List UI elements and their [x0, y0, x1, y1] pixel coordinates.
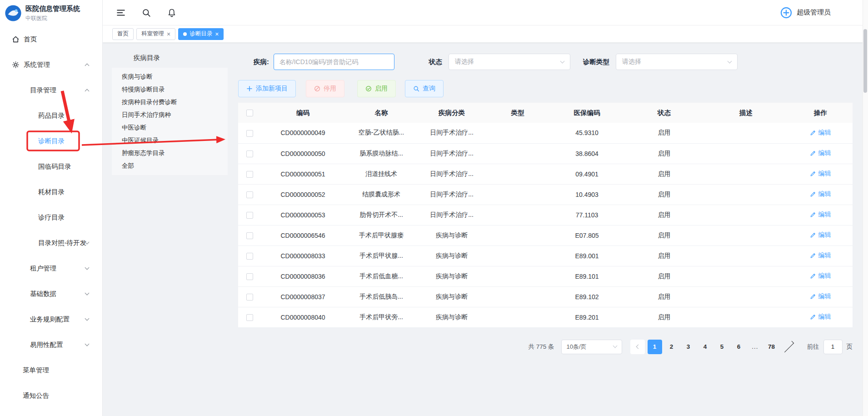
sidebar-item-system-mgmt[interactable]: 系统管理	[0, 52, 102, 77]
disease-search-input[interactable]	[274, 54, 394, 70]
row-checkbox[interactable]	[246, 273, 253, 280]
cell-type	[486, 164, 549, 184]
row-checkbox[interactable]	[246, 314, 253, 321]
search-icon[interactable]	[142, 8, 151, 17]
last-page-button[interactable]: 78	[764, 340, 779, 354]
row-checkbox[interactable]	[246, 212, 253, 219]
add-item-button[interactable]: 添加新项目	[238, 80, 296, 97]
edit-link[interactable]: 编辑	[810, 149, 831, 157]
edit-link[interactable]: 编辑	[810, 251, 831, 260]
active-tab-dot	[183, 32, 187, 36]
goto-page-input[interactable]	[823, 340, 843, 354]
search-icon	[413, 85, 419, 92]
close-icon[interactable]: ×	[167, 31, 170, 37]
catalog-item[interactable]: 疾病与诊断	[112, 70, 228, 83]
user-menu[interactable]: 超级管理员	[780, 6, 831, 19]
sidebar-item-business-rules[interactable]: 业务规则配置	[0, 306, 102, 332]
cell-type	[486, 246, 549, 266]
edit-link[interactable]: 编辑	[810, 170, 831, 178]
page-button[interactable]: 1	[648, 340, 662, 354]
page-button[interactable]: 6	[732, 340, 746, 354]
sidebar-item-notice[interactable]: 通知公告	[0, 383, 102, 408]
menu-toggle-icon[interactable]	[116, 8, 125, 17]
page-button[interactable]: 5	[715, 340, 729, 354]
cell-insurance-code: 45.9310	[549, 123, 624, 143]
edit-link[interactable]: 编辑	[810, 211, 831, 219]
sidebar-item-drug-catalog[interactable]: 药品目录	[0, 103, 102, 128]
row-checkbox[interactable]	[246, 232, 253, 239]
catalog-item[interactable]: 中医诊断	[112, 121, 228, 134]
page-button[interactable]: 4	[698, 340, 713, 354]
next-page-button[interactable]	[782, 340, 796, 354]
sidebar-item-treatment-catalog[interactable]: 诊疗目录	[0, 205, 102, 230]
sidebar-item-national-code-catalog[interactable]: 国临码目录	[0, 154, 102, 179]
app-logo-block: 医院信息管理系统 中联医院	[0, 0, 102, 26]
edit-link[interactable]: 编辑	[810, 129, 831, 137]
disease-catalog-panel: 疾病目录 疾病与诊断特慢病诊断目录按病种目录付费诊断日间手术治疗病种中医诊断中医…	[112, 54, 228, 416]
cell-desc	[704, 266, 788, 286]
row-checkbox[interactable]	[246, 253, 253, 260]
cell-category: 疾病与诊断	[418, 225, 486, 246]
cell-desc	[704, 184, 788, 205]
cell-name: 手术后低血糖...	[345, 266, 418, 286]
edit-icon	[810, 130, 816, 136]
sidebar-item-catalog-mapping[interactable]: 目录对照-待开发	[0, 230, 102, 256]
cell-desc	[704, 164, 788, 184]
scrollbar-thumb[interactable]	[863, 29, 867, 93]
page-size-select[interactable]: 10条/页	[561, 340, 622, 354]
vertical-scrollbar[interactable]	[863, 0, 868, 416]
edit-link[interactable]: 编辑	[810, 292, 831, 301]
cell-name: 肋骨切开术不...	[345, 205, 418, 225]
row-checkbox[interactable]	[246, 191, 253, 198]
catalog-item[interactable]: 中医证候目录	[112, 134, 228, 147]
tab-home[interactable]: 首页	[112, 28, 134, 40]
sidebar-item-home[interactable]: 首页	[0, 26, 102, 52]
catalog-item[interactable]: 按病种目录付费诊断	[112, 96, 228, 109]
pagination-ellipsis[interactable]: ...	[748, 340, 762, 354]
cell-code: CD0000008040	[261, 307, 345, 327]
sidebar-item-consumable-catalog[interactable]: 耗材目录	[0, 179, 102, 205]
tab-diagnosis-catalog[interactable]: 诊断目录 ×	[178, 28, 224, 40]
col-code: 编码	[261, 103, 345, 123]
page-button[interactable]: 2	[664, 340, 679, 354]
cell-status: 启用	[624, 184, 704, 205]
chevron-down-icon	[727, 59, 732, 63]
cell-type	[486, 184, 549, 205]
tab-dept-mgmt[interactable]: 科室管理 ×	[136, 28, 175, 40]
cell-desc	[704, 246, 788, 266]
row-checkbox[interactable]	[246, 294, 253, 301]
chevron-down-icon	[85, 291, 90, 295]
catalog-item[interactable]: 日间手术治疗病种	[112, 109, 228, 121]
page-button[interactable]: 3	[681, 340, 696, 354]
sidebar-item-catalog-mgmt[interactable]: 目录管理	[0, 77, 102, 103]
prev-page-button[interactable]	[630, 340, 645, 354]
hospital-name: 中联医院	[25, 15, 80, 22]
sidebar-item-base-data[interactable]: 基础数据	[0, 281, 102, 306]
row-checkbox[interactable]	[246, 150, 253, 157]
row-checkbox[interactable]	[246, 171, 253, 178]
select-all-checkbox[interactable]	[246, 110, 253, 116]
edit-link[interactable]: 编辑	[810, 231, 831, 239]
catalog-item[interactable]: 特慢病诊断目录	[112, 83, 228, 96]
diagnosis-type-select[interactable]: 请选择	[616, 54, 738, 70]
catalog-item[interactable]: 全部	[112, 160, 228, 172]
query-button[interactable]: 查询	[405, 80, 444, 97]
edit-link[interactable]: 编辑	[810, 313, 831, 321]
cell-status: 启用	[624, 286, 704, 307]
sidebar-item-menu-mgmt[interactable]: 菜单管理	[0, 357, 102, 383]
cell-insurance-code: E89.001	[549, 246, 624, 266]
cell-status: 启用	[624, 246, 704, 266]
status-select[interactable]: 请选择	[449, 54, 570, 70]
close-icon[interactable]: ×	[215, 31, 219, 37]
enable-button[interactable]: 启用	[357, 80, 396, 97]
page-content: 疾病目录 疾病与诊断特慢病诊断目录按病种目录付费诊断日间手术治疗病种中医诊断中医…	[103, 43, 868, 416]
sidebar-item-tenant-mgmt[interactable]: 租户管理	[0, 256, 102, 281]
notifications-bell-icon[interactable]	[167, 8, 176, 17]
row-checkbox[interactable]	[246, 130, 253, 137]
sidebar-item-diagnosis-catalog[interactable]: 诊断目录	[0, 128, 102, 154]
sidebar-item-usability-config[interactable]: 易用性配置	[0, 332, 102, 357]
edit-link[interactable]: 编辑	[810, 272, 831, 280]
edit-link[interactable]: 编辑	[810, 190, 831, 198]
catalog-item[interactable]: 肿瘤形态学目录	[112, 147, 228, 160]
disable-button[interactable]: 停用	[306, 80, 344, 97]
